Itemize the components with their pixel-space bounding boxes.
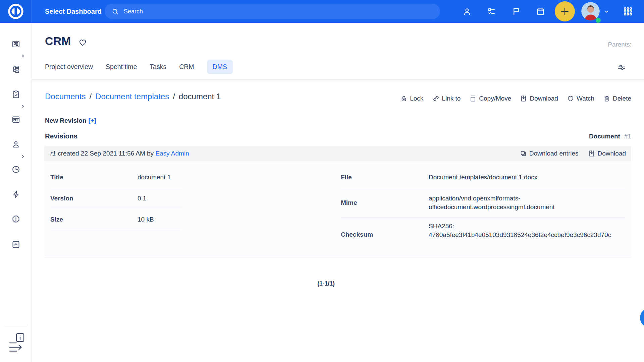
tasks-clipboard-icon — [11, 90, 20, 99]
topbar-icon-group — [463, 0, 545, 23]
revision-details: Title document 1 Version 0.1 Size 10 kB … — [44, 161, 631, 257]
download-entries-icon — [520, 150, 527, 157]
dashboard-selector-label: Select Dashboard — [45, 8, 102, 15]
new-revision: New Revision[+] — [45, 117, 96, 124]
link-to-button[interactable]: Link to — [432, 95, 461, 102]
document-id: Document #1 — [589, 133, 631, 140]
tab-dms[interactable]: DMS — [207, 60, 233, 74]
checksum-hash: 4780a5fee3f41b4e05103d9318524e36f2e4ccbe… — [429, 231, 611, 239]
search-input[interactable]: Search — [105, 4, 440, 19]
checksum-algorithm: SHA256: — [429, 222, 611, 231]
filter-sliders-icon[interactable] — [616, 62, 627, 72]
breadcrumb-separator: / — [173, 92, 175, 101]
sidebar-help-exit[interactable] — [8, 333, 24, 354]
project-tabs: Project overview Spent time Tasks CRM DM… — [45, 59, 233, 74]
favorite-heart-icon[interactable] — [78, 38, 87, 47]
document-number: #1 — [624, 133, 631, 140]
download-button[interactable]: Download — [520, 95, 558, 102]
new-revision-add-link[interactable]: [+] — [89, 117, 97, 124]
search-placeholder: Search — [124, 8, 143, 15]
delete-button[interactable]: Delete — [603, 95, 631, 102]
details-table-left: Title document 1 Version 0.1 Size 10 kB — [50, 167, 182, 230]
header-shadow — [32, 80, 644, 82]
sidebar-item-modules[interactable] — [0, 110, 32, 128]
trash-icon — [603, 95, 610, 102]
dashboards-icon — [11, 40, 20, 49]
users-icon — [11, 140, 20, 149]
breadcrumb-current: document 1 — [179, 92, 221, 101]
alerts-icon — [11, 215, 20, 224]
online-status-dot — [596, 18, 601, 23]
parents-label: Parents: — [608, 41, 632, 48]
logo-icon — [7, 3, 24, 20]
watch-button[interactable]: Watch — [567, 95, 594, 102]
topbar: Select Dashboard Search — [0, 0, 644, 23]
copy-move-button[interactable]: Copy/Move — [469, 95, 511, 102]
sidebar-divider — [4, 325, 28, 325]
sidebar-item-dashboards[interactable] — [0, 35, 32, 53]
floating-action-button[interactable] — [640, 308, 644, 327]
sidebar-item-collapse[interactable] — [0, 235, 32, 253]
sidebar-item-users[interactable] — [0, 135, 32, 153]
sidebar — [0, 23, 32, 362]
document-type-label: Document — [589, 133, 620, 140]
new-revision-label: New Revision — [45, 117, 87, 124]
collapse-box-icon — [11, 240, 20, 249]
detail-row-title: Title document 1 — [50, 167, 182, 188]
tab-crm[interactable]: CRM — [179, 60, 194, 74]
detail-row-size: Size 10 kB — [50, 209, 182, 230]
revision-header: r1 created 22 Sep 2021 11:56 AM by Easy … — [44, 146, 631, 161]
flag-icon[interactable] — [512, 7, 521, 16]
add-button[interactable] — [555, 1, 575, 21]
checklist-icon[interactable] — [487, 7, 496, 16]
link-icon — [432, 95, 439, 102]
search-icon — [111, 8, 119, 15]
tab-project-overview[interactable]: Project overview — [45, 60, 93, 74]
project-tree-icon — [11, 65, 20, 74]
revision-author-link[interactable]: Easy Admin — [155, 150, 189, 157]
sidebar-item-alerts[interactable] — [0, 210, 32, 228]
detail-row-checksum: Checksum SHA256: 4780a5fee3f41b4e05103d9… — [341, 218, 625, 254]
quick-actions-icon — [11, 190, 20, 199]
calendar-icon[interactable] — [536, 7, 545, 16]
plus-icon — [560, 6, 570, 16]
app-logo[interactable] — [0, 0, 32, 23]
revision-meta: r1 created 22 Sep 2021 11:56 AM by Easy … — [50, 150, 189, 157]
breadcrumb-document-templates[interactable]: Document templates — [95, 92, 169, 101]
revision-header-actions: Download entries Download — [520, 150, 626, 157]
copy-icon — [469, 95, 477, 102]
heart-icon — [567, 95, 574, 102]
download-icon — [588, 150, 595, 157]
revision-panel: r1 created 22 Sep 2021 11:56 AM by Easy … — [44, 146, 631, 257]
chevron-right-icon[interactable] — [21, 104, 25, 108]
lock-icon — [400, 95, 408, 102]
revision-name: r1 — [50, 150, 56, 157]
download-icon — [520, 95, 527, 102]
sidebar-item-tasks[interactable] — [0, 85, 32, 103]
detail-row-version: Version 0.1 — [50, 188, 182, 209]
modules-window-icon — [11, 115, 20, 124]
revisions-title: Revisions — [45, 132, 77, 140]
lock-button[interactable]: Lock — [400, 95, 423, 102]
download-revision-button[interactable]: Download — [588, 150, 626, 157]
chevron-right-icon[interactable] — [21, 54, 25, 58]
download-entries-button[interactable]: Download entries — [520, 150, 579, 157]
page-title: CRM — [45, 35, 71, 48]
breadcrumb: Documents / Document templates / documen… — [45, 92, 221, 101]
info-exit-icon — [8, 333, 24, 354]
tab-tasks[interactable]: Tasks — [150, 60, 166, 74]
tab-spent-time[interactable]: Spent time — [106, 60, 137, 74]
user-icon[interactable] — [463, 7, 472, 16]
sidebar-item-quick-actions[interactable] — [0, 185, 32, 203]
chevron-down-icon[interactable] — [603, 8, 610, 15]
sidebar-item-projects[interactable] — [0, 60, 32, 78]
pagination: (1-1/1) — [44, 280, 608, 287]
apps-grid-icon[interactable] — [623, 6, 633, 16]
detail-row-mime: Mime application/vnd.openxmlformats-offi… — [341, 188, 625, 218]
breadcrumb-documents[interactable]: Documents — [45, 92, 86, 101]
sidebar-item-time[interactable] — [0, 160, 32, 178]
detail-row-file: File Document templates/document 1.docx — [341, 167, 625, 188]
details-table-right: File Document templates/document 1.docx … — [341, 167, 625, 254]
chevron-right-icon[interactable] — [21, 155, 25, 159]
breadcrumb-separator: / — [89, 92, 92, 101]
